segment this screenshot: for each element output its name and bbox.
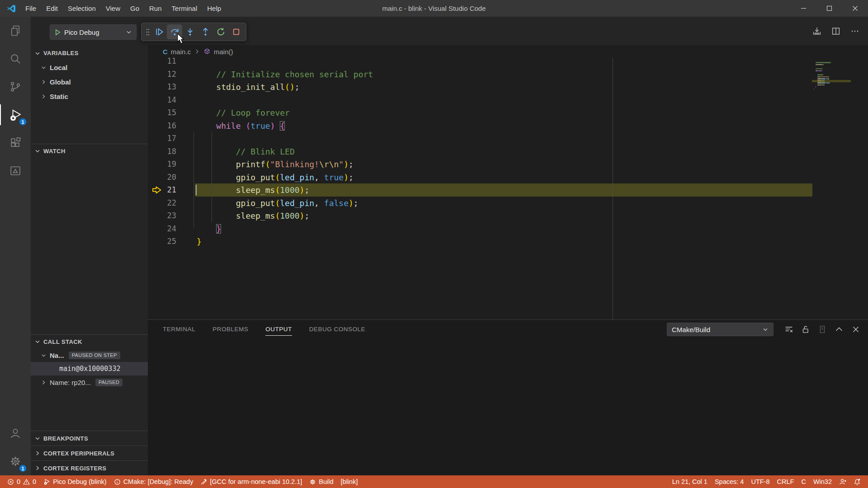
menu-selection[interactable]: Selection [63, 0, 101, 17]
call-stack-thread[interactable]: Name: rp20... PAUSED [31, 375, 148, 389]
code-line-23[interactable]: 23 sleep_ms(1000); [148, 209, 868, 222]
menu-go[interactable]: Go [125, 0, 144, 17]
status-indentation[interactable]: Spaces: 4 [711, 475, 748, 488]
call-stack-thread[interactable]: Na... PAUSED ON STEP [31, 348, 148, 362]
status-cmake-kit[interactable]: [GCC for arm-none-eabi 10.2.1] [197, 475, 306, 488]
tab-debug-console[interactable]: DEBUG CONSOLE [309, 320, 365, 339]
line-number[interactable]: 12 [148, 68, 176, 81]
watch-header[interactable]: WATCH [31, 144, 148, 158]
code-line-12[interactable]: 12 // Initialize chosen serial port [148, 68, 868, 81]
source-control-icon[interactable] [0, 73, 31, 101]
settings-gear-icon[interactable]: 1 [0, 447, 31, 475]
toolbar-drag-handle[interactable] [144, 24, 151, 39]
debug-continue-icon[interactable] [151, 24, 167, 39]
line-number[interactable]: 13 [148, 80, 176, 94]
code-editor[interactable]: 1112 // Initialize chosen serial port13 … [148, 58, 868, 319]
code-line-13[interactable]: 13 stdio_init_all(); [148, 80, 868, 94]
code-line-22[interactable]: 22 gpio_put(led_pin, false); [148, 197, 868, 210]
clear-output-icon[interactable] [784, 324, 794, 334]
call-stack-header[interactable]: CALL STACK [31, 334, 148, 348]
line-number[interactable]: 18 [148, 145, 176, 158]
code-line-14[interactable]: 14 [148, 94, 868, 107]
explorer-icon[interactable] [0, 17, 31, 45]
status-language-mode[interactable]: C [797, 475, 809, 488]
status-cmake-status[interactable]: CMake: [Debug]: Ready [110, 475, 197, 488]
pico-project-icon[interactable] [0, 157, 31, 185]
tab-output[interactable]: OUTPUT [265, 320, 292, 339]
close-icon[interactable] [842, 0, 868, 17]
output-channel-dropdown[interactable]: CMake/Build [667, 323, 774, 336]
close-panel-icon[interactable] [851, 324, 861, 334]
status-cmake-target[interactable]: [blink] [337, 475, 362, 488]
code-line-20[interactable]: 20 gpio_put(led_pin, true); [148, 171, 868, 184]
line-number[interactable]: 15 [148, 106, 176, 119]
status-debug-status[interactable]: Pico Debug (blink) [40, 475, 110, 488]
debug-step-into-icon[interactable] [182, 24, 198, 39]
status-cmake-build[interactable]: Build [306, 475, 337, 488]
split-editor-icon[interactable] [831, 26, 841, 36]
status-platform[interactable]: Win32 [810, 475, 835, 488]
line-number[interactable]: 11 [148, 58, 176, 68]
variables-header[interactable]: VARIABLES [31, 46, 148, 60]
line-number[interactable]: 20 [148, 171, 176, 184]
line-number[interactable]: 14 [148, 94, 176, 107]
extensions-icon[interactable] [0, 129, 31, 157]
tab-problems[interactable]: PROBLEMS [212, 320, 248, 339]
status-problems[interactable]: 00 [4, 475, 40, 488]
flash-project-icon[interactable] [812, 26, 822, 36]
code-line-18[interactable]: 18 // Blink LED [148, 145, 868, 158]
menu-file[interactable]: File [20, 0, 41, 17]
minimize-icon[interactable] [791, 0, 816, 17]
accounts-icon[interactable] [0, 419, 31, 447]
variables-scope-local[interactable]: Local [31, 60, 148, 75]
breadcrumb-file[interactable]: main.c [171, 48, 191, 56]
code-line-19[interactable]: 19 printf("Blinking!\r\n"); [148, 158, 868, 171]
menu-run[interactable]: Run [144, 0, 167, 17]
menu-view[interactable]: View [101, 0, 125, 17]
variables-scope-global[interactable]: Global [31, 75, 148, 89]
minimap[interactable] [814, 60, 849, 90]
breakpoints-header[interactable]: BREAKPOINTS [31, 431, 148, 446]
status-cursor-position[interactable]: Ln 21, Col 1 [669, 475, 711, 488]
more-actions-icon[interactable] [850, 26, 860, 36]
line-number[interactable]: 24 [148, 222, 176, 235]
debug-step-out-icon[interactable] [198, 24, 213, 39]
code-line-21[interactable]: 21 sleep_ms(1000); [148, 183, 868, 197]
line-number[interactable]: 25 [148, 235, 176, 248]
code-line-11[interactable]: 11 [148, 58, 868, 68]
tab-terminal[interactable]: TERMINAL [163, 320, 195, 339]
code-line-16[interactable]: 16 while (true) { [148, 119, 868, 132]
status-encoding[interactable]: UTF-8 [747, 475, 773, 488]
debug-restart-icon[interactable] [213, 24, 228, 39]
debug-stop-icon[interactable] [228, 24, 244, 39]
stack-frame-selected[interactable]: main@0x10000332 [31, 362, 148, 375]
code-line-17[interactable]: 17 [148, 132, 868, 145]
code-line-25[interactable]: 25} [148, 235, 868, 248]
maximize-panel-icon[interactable] [834, 324, 844, 334]
menu-terminal[interactable]: Terminal [167, 0, 203, 17]
line-number[interactable]: 23 [148, 209, 176, 222]
scroll-lock-icon[interactable] [801, 324, 811, 334]
code-line-15[interactable]: 15 // Loop forever [148, 106, 868, 119]
start-debug-icon[interactable] [54, 29, 61, 36]
code-line-24[interactable]: 24 } [148, 222, 868, 235]
breadcrumb-symbol[interactable]: main() [214, 48, 233, 56]
menu-help[interactable]: Help [202, 0, 226, 17]
status-feedback[interactable] [835, 475, 850, 488]
cortex-peripherals-header[interactable]: CORTEX PERIPHERALS [31, 446, 148, 460]
cortex-registers-header[interactable]: CORTEX REGISTERS [31, 460, 148, 475]
run-and-debug-icon[interactable]: 1 [0, 101, 31, 129]
launch-config-dropdown[interactable]: Pico Debug [50, 24, 137, 40]
status-notifications[interactable] [850, 475, 864, 488]
debug-step-over-icon[interactable] [167, 24, 182, 39]
line-number[interactable]: 16 [148, 119, 176, 132]
search-icon[interactable] [0, 45, 31, 73]
line-number[interactable]: 19 [148, 158, 176, 171]
line-number[interactable]: 17 [148, 132, 176, 145]
variables-scope-static[interactable]: Static [31, 89, 148, 103]
menu-edit[interactable]: Edit [41, 0, 63, 17]
status-eol[interactable]: CRLF [774, 475, 798, 488]
open-output-in-editor-icon[interactable] [817, 324, 827, 334]
line-number[interactable]: 22 [148, 197, 176, 210]
maximize-icon[interactable] [816, 0, 842, 17]
